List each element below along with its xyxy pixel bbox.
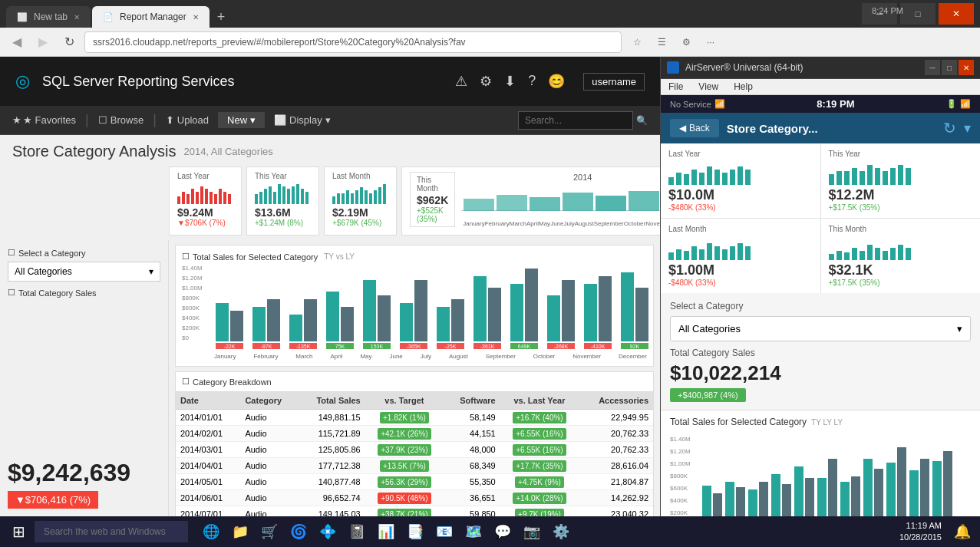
mobile-maximize[interactable]: □: [942, 60, 957, 75]
svg-rect-133: [852, 248, 857, 260]
taskbar-app-outlook[interactable]: 📧: [431, 518, 458, 545]
category-dropdown[interactable]: All Categories ▾: [8, 262, 160, 282]
cell-date: 2014/05/01: [176, 474, 240, 490]
new-tab-button[interactable]: +: [211, 6, 232, 28]
kpi-tm-label: This Month: [417, 176, 448, 193]
address-bar[interactable]: ssrs2016.cloudapp.net/reports_preview/#/…: [84, 31, 622, 53]
tab-reportmgr-label: Report Manager: [120, 12, 186, 22]
svg-rect-154: [759, 482, 768, 516]
svg-text:$1.20M: $1.20M: [670, 448, 691, 455]
back-button[interactable]: ◀: [6, 31, 28, 53]
svg-text:-268K: -268K: [554, 344, 569, 349]
tab-close-icon[interactable]: ✕: [74, 13, 80, 21]
gear-icon[interactable]: ⚙: [480, 73, 492, 90]
settings-icon[interactable]: ⚙: [675, 31, 697, 53]
bar-chart-title: ☐ Total Sales for Selected Category TY v…: [182, 252, 647, 262]
phone-refresh-icon[interactable]: ↻: [943, 119, 956, 137]
more-icon[interactable]: ···: [700, 31, 721, 53]
svg-rect-11: [228, 194, 231, 204]
taskbar-app-skype[interactable]: 💬: [489, 518, 516, 545]
report-body: ☐ Select a Category All Categories ▾ ☐ T…: [0, 240, 660, 516]
cell-software: 48,000: [444, 442, 500, 458]
mobile-kpi-ly[interactable]: Last Year $10.0M -$480K (33%): [661, 143, 820, 218]
mobile-kpi-tm[interactable]: This Month $32.1K +$17.5K (35%): [821, 219, 981, 293]
timeline-svg: [461, 183, 660, 218]
alert-icon[interactable]: ⚠: [455, 73, 467, 90]
mobile-kpi-tm-value: $32.1K: [829, 262, 973, 278]
phone-back-button[interactable]: ◀ Back: [670, 119, 719, 137]
menu-file[interactable]: File: [668, 81, 683, 92]
mobile-category-dropdown[interactable]: All Categories ▾: [670, 316, 971, 341]
taskbar-app-excel[interactable]: 📊: [372, 518, 400, 545]
nav-upload[interactable]: ⬆ Upload: [166, 114, 209, 126]
tab-reportmgr-icon: 📄: [103, 12, 114, 22]
nav-browse[interactable]: ☐ Browse: [98, 114, 144, 126]
nav-display[interactable]: ⬜ Display ▾: [274, 114, 331, 126]
taskbar-app-onenote[interactable]: 📓: [343, 518, 371, 545]
cell-vs-target: +42.1K (26%): [365, 426, 444, 442]
mobile-minimize[interactable]: ─: [925, 60, 940, 75]
taskbar-app-browser[interactable]: 🌀: [285, 518, 312, 545]
taskbar-app-vs[interactable]: 💠: [314, 518, 342, 545]
nav-favorites[interactable]: ★ ★ Favorites: [12, 114, 76, 126]
kpi-last-year[interactable]: Last Year $9.24M ▼$706K (7%): [169, 166, 242, 236]
svg-rect-19: [287, 189, 290, 204]
menu-help[interactable]: Help: [734, 81, 753, 92]
search-icon[interactable]: 🔍: [636, 115, 648, 126]
phone-more-icon[interactable]: ▾: [964, 120, 971, 137]
cell-total: 149,145.03: [299, 506, 365, 517]
taskbar-app-explorer[interactable]: 📁: [226, 518, 254, 545]
nav-new[interactable]: New ▾: [218, 112, 265, 128]
mobile-kpi-ly-value: $10.0M: [668, 187, 813, 203]
svg-rect-7: [210, 192, 213, 204]
taskbar-time: 11:19 AM: [899, 520, 942, 532]
cell-software: 55,350: [444, 474, 500, 490]
taskbar-app-edge[interactable]: 🌐: [197, 518, 225, 545]
mobile-kpi-ly-label: Last Year: [668, 150, 813, 158]
taskbar-app-control[interactable]: ⚙️: [547, 518, 575, 545]
search-input[interactable]: [518, 111, 633, 130]
mobile-kpi-ty[interactable]: This Year $12.2M +$17.5K (35%): [821, 143, 981, 218]
notification-area[interactable]: 🔔: [951, 523, 974, 540]
mobile-kpi-ty-value: $12.2M: [829, 187, 973, 203]
taskbar-app-ppt[interactable]: 📑: [401, 518, 429, 545]
total-category-label: ☐ Total Category Sales: [8, 288, 160, 298]
bar-chart-section: ☐ Total Sales for Selected Category TY v…: [175, 245, 654, 367]
taskbar-app-store[interactable]: 🛒: [256, 518, 283, 545]
forward-button[interactable]: ▶: [32, 31, 54, 53]
refresh-button[interactable]: ↻: [58, 31, 80, 53]
maximize-button[interactable]: □: [900, 3, 935, 25]
kpi-last-month[interactable]: Last Month $2.19M +$679K (45%): [324, 166, 397, 236]
mobile-chart-section: Total Sales for Selected Category TY LY …: [661, 410, 980, 516]
close-button[interactable]: ✕: [939, 3, 974, 25]
timeline-chart: 2014: [461, 173, 660, 227]
svg-rect-161: [840, 482, 850, 516]
svg-rect-63: [474, 276, 487, 341]
tab-reportmgr[interactable]: 📄 Report Manager ✕: [92, 6, 210, 28]
menu-view[interactable]: View: [698, 81, 718, 92]
star-icon[interactable]: ☆: [626, 31, 648, 53]
mobile-kpi-lm[interactable]: Last Month $1.00M -$480K (33%): [661, 219, 820, 293]
display-icon: ⬜: [274, 114, 286, 126]
svg-rect-6: [205, 189, 208, 204]
phone-time: 8:19 PM: [728, 98, 943, 110]
taskbar-search[interactable]: [35, 521, 188, 542]
start-button[interactable]: ⊞: [6, 522, 31, 541]
kpi-this-year[interactable]: This Year $13.6M +$1.24M (8%): [246, 166, 319, 236]
download-icon[interactable]: ⬇: [504, 73, 516, 90]
tab-reportmgr-close-icon[interactable]: ✕: [193, 13, 199, 21]
taskbar-app-maps[interactable]: 🗺️: [460, 518, 487, 545]
mobile-dropdown-chevron: ▾: [957, 323, 962, 334]
hub-icon[interactable]: ☰: [651, 31, 672, 53]
mobile-close[interactable]: ✕: [959, 60, 974, 75]
svg-rect-120: [676, 249, 681, 260]
total-category-section: ☐ Total Category Sales: [8, 288, 160, 301]
user-icon[interactable]: 😊: [548, 73, 565, 90]
help-icon[interactable]: ?: [528, 73, 536, 90]
kpi-tm-card[interactable]: This Month $962K +$525K (35%): [410, 172, 455, 227]
svg-rect-71: [621, 272, 634, 341]
taskbar-app-camera[interactable]: 📷: [518, 518, 546, 545]
tab-newtab[interactable]: ⬜ New tab ✕: [6, 6, 91, 28]
svg-text:-87K: -87K: [261, 344, 272, 349]
nav-search[interactable]: 🔍: [518, 111, 648, 130]
